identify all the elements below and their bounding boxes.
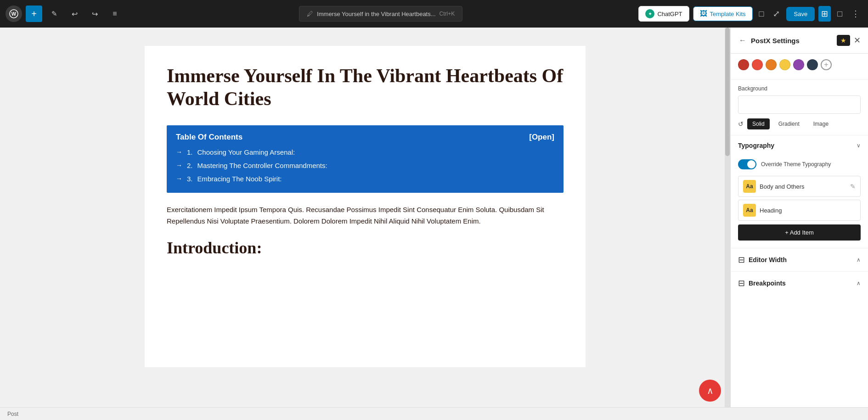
wp-logo: W [6, 6, 22, 22]
background-preview[interactable] [738, 95, 861, 114]
chatgpt-icon: ✦ [645, 9, 654, 18]
breakpoints-label: Breakpoints [749, 280, 786, 287]
edit-button[interactable]: ✎ [46, 6, 62, 22]
scrollbar-thumb[interactable] [725, 28, 730, 156]
settings-button[interactable]: □ [834, 6, 845, 22]
sidebar-header: ← PostX Settings ★ ✕ [731, 28, 868, 54]
bg-type-row: ↺ Solid Gradient Image [738, 118, 861, 129]
status-bar: Post [0, 407, 868, 420]
scroll-to-top-button[interactable]: ∧ [699, 380, 721, 402]
more-options-button[interactable]: ⋮ [849, 6, 862, 22]
toc-item-2[interactable]: → 2. Mastering The Controller Commandmen… [176, 159, 554, 172]
color-swatches: + [738, 59, 861, 70]
add-swatch-button[interactable]: + [821, 59, 832, 70]
sidebar-header-right: ★ ✕ [837, 35, 861, 46]
toc-text-2: Mastering The Controller Commandments: [197, 162, 327, 169]
typography-chevron: ∨ [857, 142, 861, 149]
editor-width-label: Editor Width [749, 256, 787, 263]
table-of-contents: Table Of Contents [Open] → 1. Choosing Y… [167, 125, 564, 193]
back-button[interactable]: ← [738, 35, 747, 45]
body-type-name: Body and Others [760, 183, 805, 190]
toc-item-3[interactable]: → 3. Embracing The Noob Spirit: [176, 172, 554, 185]
status-text: Post [7, 411, 18, 417]
chatgpt-button[interactable]: ✦ ChatGPT [638, 6, 689, 22]
chatgpt-label: ChatGPT [657, 11, 682, 17]
redo-button[interactable]: ↪ [86, 6, 103, 22]
background-section: Background ↺ Solid Gradient Image [731, 80, 868, 135]
post-title-left: 🖊 Immerse Yourself in the Vibrant Heartb… [307, 10, 435, 17]
toolbar-center: 🖊 Immerse Yourself in the Vibrant Heartb… [127, 6, 635, 22]
color-swatch-6[interactable] [807, 59, 818, 70]
bg-gradient-button[interactable]: Gradient [773, 118, 805, 129]
breakpoints-header[interactable]: ⊟ Breakpoints ∧ [731, 272, 868, 295]
toc-open-label[interactable]: [Open] [529, 133, 554, 142]
undo-button[interactable]: ↩ [66, 6, 83, 22]
body-text: Exercitationem Impedit Ipsum Tempora Qui… [167, 204, 564, 227]
sidebar-header-left: ← PostX Settings [738, 35, 800, 45]
main-area: Immerse Yourself In The Vibrant Heartbea… [0, 28, 868, 407]
template-kits-button[interactable]: 🖼 Template Kits [693, 6, 753, 21]
color-swatch-1[interactable] [738, 59, 749, 70]
save-button[interactable]: Save [786, 7, 815, 21]
toc-text-3: Embracing The Noob Spirit: [197, 175, 282, 183]
bg-solid-button[interactable]: Solid [747, 118, 770, 129]
sidebar-body: + Background ↺ Solid Gradient Image Typo… [731, 54, 868, 407]
color-swatches-section: + [731, 54, 868, 80]
override-typography-toggle[interactable] [738, 159, 756, 169]
typography-item-body[interactable]: Aa Body and Others ✎ [738, 176, 861, 197]
color-swatch-2[interactable] [752, 59, 763, 70]
editor-area: Immerse Yourself In The Vibrant Heartbea… [0, 28, 730, 407]
body-edit-icon[interactable]: ✎ [850, 183, 856, 190]
toc-header: Table Of Contents [Open] [176, 133, 554, 142]
desktop-view-button[interactable]: □ [756, 6, 767, 22]
breakpoints-section: ⊟ Breakpoints ∧ [731, 272, 868, 295]
override-typography-label: Override Theme Typography [761, 161, 831, 168]
bg-image-button[interactable]: Image [808, 118, 834, 129]
toc-number-3: 3. [187, 175, 193, 183]
color-swatch-5[interactable] [793, 59, 804, 70]
close-button[interactable]: ✕ [854, 35, 861, 45]
menu-button[interactable]: ≡ [107, 6, 123, 22]
scrollbar-track[interactable] [725, 28, 730, 407]
toc-arrow-3: → [176, 175, 182, 182]
breakpoints-chevron: ∧ [857, 280, 861, 286]
post-heading[interactable]: Immerse Yourself In The Vibrant Heartbea… [167, 64, 564, 111]
typography-section: Typography ∨ Override Theme Typography A… [731, 135, 868, 248]
toc-number-1: 1. [187, 148, 193, 156]
toolbar-right: ✦ ChatGPT 🖼 Template Kits □ ⤢ Save ⊞ □ ⋮ [638, 6, 862, 22]
add-item-button[interactable]: + Add Item [738, 224, 861, 241]
favorite-button[interactable]: ★ [837, 35, 850, 46]
body-type-icon: Aa [743, 180, 756, 193]
breakpoints-header-left: ⊟ Breakpoints [738, 278, 786, 288]
heading-type-left: Aa Heading [743, 204, 782, 217]
svg-text:W: W [11, 11, 17, 17]
body-type-left: Aa Body and Others [743, 180, 805, 193]
intro-heading[interactable]: Introduction: [167, 238, 564, 258]
add-block-button[interactable]: + [26, 6, 42, 22]
editor-width-header-left: ⊟ Editor Width [738, 255, 787, 265]
post-title-bar[interactable]: 🖊 Immerse Yourself in the Vibrant Heartb… [299, 6, 462, 22]
editor-width-chevron: ∧ [857, 257, 861, 263]
typography-item-heading[interactable]: Aa Heading [738, 200, 861, 221]
post-title-shortcut: Ctrl+K [440, 11, 455, 17]
editor-width-header[interactable]: ⊟ Editor Width ∧ [731, 248, 868, 271]
main-toolbar: W + ✎ ↩ ↪ ≡ 🖊 Immerse Yourself in the Vi… [0, 0, 868, 28]
panel-toggle-button[interactable]: ⊞ [818, 6, 831, 22]
heading-type-name: Heading [760, 207, 782, 214]
breakpoints-icon: ⊟ [738, 278, 745, 288]
editor-content: Immerse Yourself In The Vibrant Heartbea… [145, 46, 586, 367]
toc-arrow-2: → [176, 162, 182, 169]
color-swatch-3[interactable] [766, 59, 777, 70]
template-kits-label: Template Kits [710, 11, 746, 17]
external-link-button[interactable]: ⤢ [770, 6, 783, 22]
toc-number-2: 2. [187, 162, 193, 169]
bg-reset-button[interactable]: ↺ [738, 120, 744, 128]
color-swatch-4[interactable] [779, 59, 790, 70]
sidebar-title: PostX Settings [751, 37, 800, 45]
override-typography-row: Override Theme Typography [738, 159, 861, 169]
typography-header[interactable]: Typography ∨ [731, 135, 868, 156]
right-sidebar: ← PostX Settings ★ ✕ + [730, 28, 868, 407]
toc-arrow-1: → [176, 148, 182, 156]
typography-content: Override Theme Typography Aa Body and Ot… [731, 156, 868, 248]
toc-item-1[interactable]: → 1. Choosing Your Gaming Arsenal: [176, 146, 554, 159]
